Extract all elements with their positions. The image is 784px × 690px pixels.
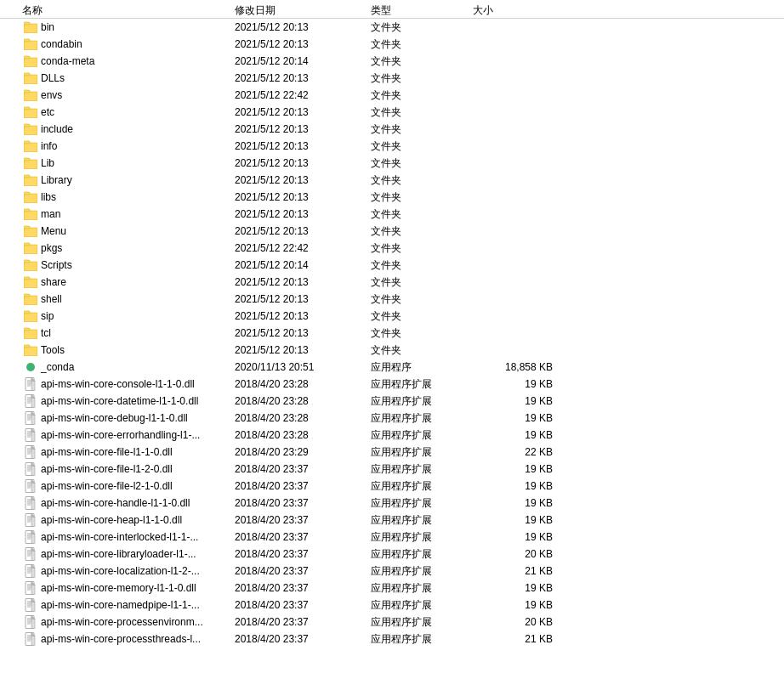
file-name: api-ms-win-core-localization-l1-2-... [41, 565, 200, 577]
list-item[interactable]: api-ms-win-core-handle-l1-1-0.dll 2018/4… [0, 495, 784, 512]
list-item[interactable]: Menu 2021/5/12 20:13 文件夹 [0, 223, 784, 240]
list-item[interactable]: tcl 2021/5/12 20:13 文件夹 [0, 325, 784, 342]
file-name: api-ms-win-core-memory-l1-1-0.dll [41, 582, 196, 594]
file-type: 应用程序扩展 [366, 377, 468, 392]
svg-rect-10 [24, 75, 37, 84]
folder-icon [24, 38, 37, 50]
file-type: 文件夹 [366, 207, 468, 222]
list-item[interactable]: api-ms-win-core-errorhandling-l1-... 201… [0, 427, 784, 444]
file-modified: 2021/5/12 20:13 [230, 157, 366, 169]
svg-rect-16 [24, 109, 37, 118]
list-item[interactable]: _conda 2020/11/13 20:51 应用程序 18,858 KB [0, 359, 784, 376]
list-item[interactable]: api-ms-win-core-interlocked-l1-1-... 201… [0, 529, 784, 546]
file-name: tcl [41, 327, 51, 339]
file-size: 19 KB [468, 497, 570, 509]
file-modified: 2018/4/20 23:28 [230, 412, 366, 424]
file-name-cell: api-ms-win-core-file-l1-1-0.dll [17, 445, 230, 459]
list-item[interactable]: api-ms-win-core-namedpipe-l1-1-... 2018/… [0, 597, 784, 614]
file-list[interactable]: 名称 修改日期 类型 大小 bin 2021/5/12 20:13 文件夹 co… [0, 0, 784, 690]
file-modified: 2018/4/20 23:37 [230, 633, 366, 645]
file-name-cell: api-ms-win-core-memory-l1-1-0.dll [17, 581, 230, 595]
file-name: DLLs [41, 72, 65, 84]
list-item[interactable]: conda-meta 2021/5/12 20:14 文件夹 [0, 53, 784, 70]
list-item[interactable]: api-ms-win-core-memory-l1-1-0.dll 2018/4… [0, 580, 784, 597]
folder-icon [24, 21, 37, 33]
list-item[interactable]: api-ms-win-core-heap-l1-1-0.dll 2018/4/2… [0, 512, 784, 529]
file-name-cell: Library [17, 174, 230, 186]
file-name: condabin [41, 38, 82, 50]
file-type: 文件夹 [366, 139, 468, 154]
file-modified: 2021/5/12 20:13 [230, 344, 366, 356]
list-item[interactable]: bin 2021/5/12 20:13 文件夹 [0, 19, 784, 36]
list-item[interactable]: man 2021/5/12 20:13 文件夹 [0, 206, 784, 223]
folder-icon [24, 225, 37, 237]
list-item[interactable]: api-ms-win-core-processenvironm... 2018/… [0, 614, 784, 631]
list-item[interactable]: pkgs 2021/5/12 22:42 文件夹 [0, 240, 784, 257]
list-item[interactable]: api-ms-win-core-libraryloader-l1-... 201… [0, 546, 784, 563]
file-type: 文件夹 [366, 190, 468, 205]
list-item[interactable]: libs 2021/5/12 20:13 文件夹 [0, 189, 784, 206]
file-type: 应用程序扩展 [366, 411, 468, 426]
file-size: 19 KB [468, 378, 570, 390]
file-size: 19 KB [468, 395, 570, 407]
list-item[interactable]: shell 2021/5/12 20:13 文件夹 [0, 291, 784, 308]
list-item[interactable]: info 2021/5/12 20:13 文件夹 [0, 138, 784, 155]
list-item[interactable]: api-ms-win-core-localization-l1-2-... 20… [0, 563, 784, 580]
svg-rect-41 [24, 243, 30, 246]
list-item[interactable]: sip 2021/5/12 20:13 文件夹 [0, 308, 784, 325]
file-type: 文件夹 [366, 37, 468, 52]
file-size: 19 KB [468, 531, 570, 543]
list-item[interactable]: api-ms-win-core-processthreads-l... 2018… [0, 631, 784, 648]
folder-icon [24, 327, 37, 339]
list-item[interactable]: api-ms-win-core-file-l1-1-0.dll 2018/4/2… [0, 444, 784, 461]
file-name-cell: conda-meta [17, 55, 230, 67]
list-item[interactable]: api-ms-win-core-datetime-l1-1-0.dll 2018… [0, 393, 784, 410]
file-modified: 2021/5/12 20:13 [230, 174, 366, 186]
list-item[interactable]: api-ms-win-core-debug-l1-1-0.dll 2018/4/… [0, 410, 784, 427]
app-icon [26, 363, 35, 371]
list-item[interactable]: Scripts 2021/5/12 20:14 文件夹 [0, 257, 784, 274]
dll-icon [24, 513, 37, 527]
list-item[interactable]: envs 2021/5/12 22:42 文件夹 [0, 87, 784, 104]
file-type: 文件夹 [366, 105, 468, 120]
list-item[interactable]: api-ms-win-core-file-l2-1-0.dll 2018/4/2… [0, 478, 784, 495]
file-name: include [41, 123, 73, 135]
file-size: 18,858 KB [468, 361, 570, 373]
header-size[interactable]: 大小 [468, 0, 570, 21]
header-modified[interactable]: 修改日期 [230, 0, 366, 21]
file-modified: 2018/4/20 23:37 [230, 582, 366, 594]
folder-icon [24, 276, 37, 288]
file-name-cell: api-ms-win-core-libraryloader-l1-... [17, 547, 230, 561]
list-item[interactable]: etc 2021/5/12 20:13 文件夹 [0, 104, 784, 121]
list-item[interactable]: Tools 2021/5/12 20:13 文件夹 [0, 342, 784, 359]
file-name: api-ms-win-core-datetime-l1-1-0.dll [41, 395, 198, 407]
list-item[interactable]: DLLs 2021/5/12 20:13 文件夹 [0, 70, 784, 87]
file-size: 19 KB [468, 463, 570, 475]
folder-icon [24, 106, 37, 118]
list-item[interactable]: Library 2021/5/12 20:13 文件夹 [0, 172, 784, 189]
file-size: 20 KB [468, 616, 570, 628]
svg-rect-50 [24, 294, 30, 297]
file-modified: 2021/5/12 20:13 [230, 38, 366, 50]
folder-icon [24, 208, 37, 220]
svg-rect-13 [24, 92, 37, 101]
file-name-cell: libs [17, 191, 230, 203]
file-name-cell: etc [17, 106, 230, 118]
file-type: 文件夹 [366, 343, 468, 358]
svg-rect-8 [24, 56, 30, 59]
list-item[interactable]: share 2021/5/12 20:13 文件夹 [0, 274, 784, 291]
file-name: libs [41, 191, 56, 203]
header-type[interactable]: 类型 [366, 0, 468, 21]
folder-icon [24, 293, 37, 305]
file-name-cell: man [17, 208, 230, 220]
list-item[interactable]: api-ms-win-core-file-l1-2-0.dll 2018/4/2… [0, 461, 784, 478]
list-item[interactable]: include 2021/5/12 20:13 文件夹 [0, 121, 784, 138]
svg-rect-26 [24, 158, 30, 161]
list-item[interactable]: api-ms-win-core-console-l1-1-0.dll 2018/… [0, 376, 784, 393]
list-item[interactable]: Lib 2021/5/12 20:13 文件夹 [0, 155, 784, 172]
file-type: 文件夹 [366, 292, 468, 307]
file-name-cell: share [17, 276, 230, 288]
list-item[interactable]: condabin 2021/5/12 20:13 文件夹 [0, 36, 784, 53]
header-name[interactable]: 名称 [17, 0, 230, 21]
file-type: 应用程序扩展 [366, 479, 468, 494]
